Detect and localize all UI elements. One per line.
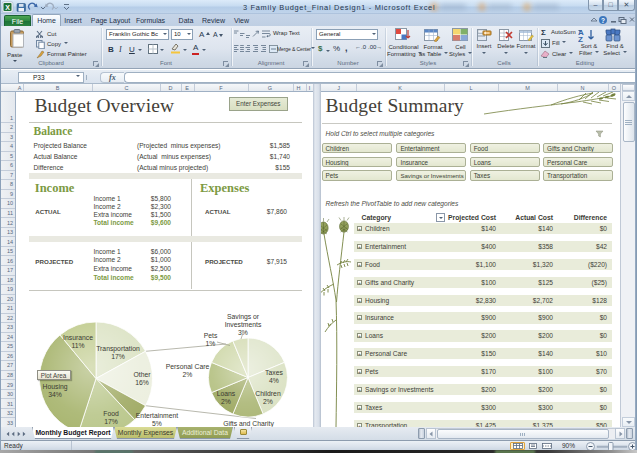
svg-text:X: X [5,4,10,11]
svg-text:?: ? [601,17,605,24]
svg-text:Z: Z [578,35,583,42]
